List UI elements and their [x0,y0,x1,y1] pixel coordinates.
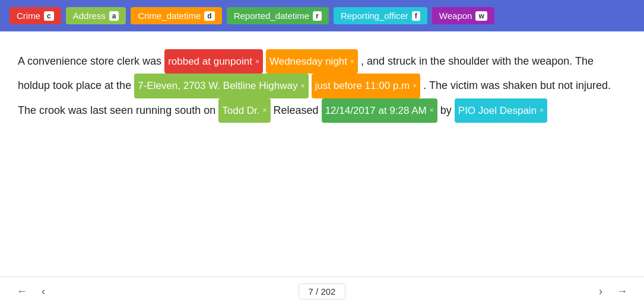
tag-crime-datetime-shortcut: d [204,11,214,21]
highlight-crime-1[interactable]: robbed at gunpoint × [164,49,263,74]
tag-weapon-button[interactable]: Weapon w [432,7,494,24]
tag-address-label: Address [73,11,106,21]
remove-crime-1-button[interactable]: × [255,54,259,69]
highlight-crime-1-text: robbed at gunpoint [168,50,252,72]
highlight-datetime-1[interactable]: Wednesday night × [266,49,358,74]
tag-reported-datetime-label: Reported_datetime [234,11,310,21]
footer: ← ‹ 7 / 202 › → [0,276,644,306]
highlight-reporting-1-text: PIO Joel Despain [458,100,537,122]
tag-reporting-officer-label: Reporting_officer [341,11,408,21]
remove-datetime-2-button[interactable]: × [413,78,417,94]
highlight-address-1[interactable]: 7-Eleven, 2703 W. Beltline Highway × [134,74,308,98]
highlight-reported-1-text: 12/14/2017 at 9:28 AM [325,100,427,122]
remove-address-1-button[interactable]: × [300,78,304,94]
text-before-6: Released [274,104,319,116]
highlight-reporting-1[interactable]: PIO Joel Despain × [455,98,547,123]
tag-crime-datetime-label: Crime_datetime [138,11,201,21]
tag-address-shortcut: a [109,11,119,21]
remove-address-2-button[interactable]: × [263,103,267,118]
highlight-address-2[interactable]: Todd Dr. × [218,98,270,123]
last-page-button[interactable]: → [612,283,632,300]
highlight-datetime-1-text: Wednesday night [269,50,347,72]
first-page-button[interactable]: ← [12,283,32,300]
paragraph: A convenience store clerk was robbed at … [18,49,626,123]
text-before-7: by [440,104,452,116]
content-area: A convenience store clerk was robbed at … [0,31,644,276]
tag-crime-datetime-button[interactable]: Crime_datetime d [131,7,221,24]
remove-reported-1-button[interactable]: × [430,103,434,118]
highlight-address-1-text: 7-Eleven, 2703 W. Beltline Highway [138,75,297,97]
tag-crime-button[interactable]: Crime c [9,7,61,24]
remove-datetime-1-button[interactable]: × [350,54,354,69]
tag-crime-shortcut: c [44,11,54,21]
tag-weapon-shortcut: w [475,11,487,21]
footer-right-nav: › → [594,283,632,300]
highlight-datetime-2-text: just before 11:00 p.m [315,75,410,97]
text-before-1: A convenience store clerk was [18,55,161,67]
tag-reported-datetime-shortcut: r [313,11,322,21]
tag-address-button[interactable]: Address a [66,7,126,24]
footer-left-nav: ← ‹ [12,283,50,300]
prev-page-button[interactable]: ‹ [37,283,50,300]
pagination-display: 7 / 202 [299,283,346,299]
tag-reporting-officer-shortcut: f [412,11,420,21]
highlight-datetime-2[interactable]: just before 11:00 p.m × [312,74,421,98]
remove-reporting-1-button[interactable]: × [540,103,544,118]
tag-reporting-officer-button[interactable]: Reporting_officer f [334,7,427,24]
highlight-reported-1[interactable]: 12/14/2017 at 9:28 AM × [322,98,437,123]
highlight-address-2-text: Todd Dr. [222,100,259,122]
tag-reported-datetime-button[interactable]: Reported_datetime r [227,7,329,24]
tag-crime-label: Crime [17,11,40,21]
next-page-button[interactable]: › [594,283,607,300]
tag-weapon-label: Weapon [439,11,472,21]
header-bar: Crime c Address a Crime_datetime d Repor… [0,0,644,31]
